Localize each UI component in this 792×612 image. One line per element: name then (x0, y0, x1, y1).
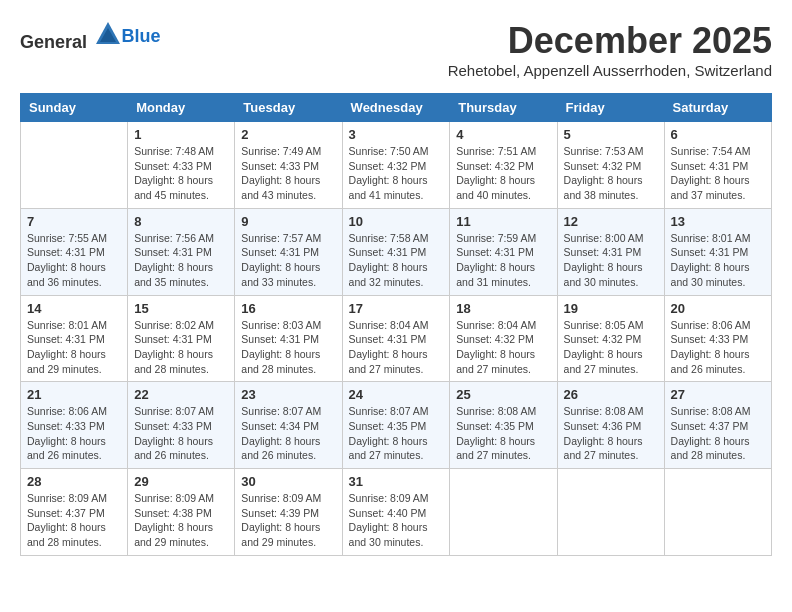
cell-sunset: Sunset: 4:32 PM (456, 160, 534, 172)
cell-sunset: Sunset: 4:33 PM (134, 160, 212, 172)
cell-sunset: Sunset: 4:36 PM (564, 420, 642, 432)
cell-daylight: Daylight: 8 hours and 28 minutes. (241, 348, 320, 375)
cell-daylight: Daylight: 8 hours and 40 minutes. (456, 174, 535, 201)
calendar-table: SundayMondayTuesdayWednesdayThursdayFrid… (20, 93, 772, 556)
cell-daylight: Daylight: 8 hours and 32 minutes. (349, 261, 428, 288)
calendar-cell: 13 Sunrise: 8:01 AM Sunset: 4:31 PM Dayl… (664, 208, 771, 295)
cell-sunset: Sunset: 4:34 PM (241, 420, 319, 432)
weekday-header-thursday: Thursday (450, 94, 557, 122)
cell-sunset: Sunset: 4:31 PM (564, 246, 642, 258)
calendar-cell: 31 Sunrise: 8:09 AM Sunset: 4:40 PM Dayl… (342, 469, 450, 556)
cell-sunrise: Sunrise: 8:09 AM (349, 492, 429, 504)
cell-sunset: Sunset: 4:31 PM (134, 246, 212, 258)
cell-daylight: Daylight: 8 hours and 33 minutes. (241, 261, 320, 288)
cell-sunrise: Sunrise: 8:02 AM (134, 319, 214, 331)
cell-sunset: Sunset: 4:31 PM (241, 246, 319, 258)
cell-sunset: Sunset: 4:31 PM (671, 246, 749, 258)
cell-sunset: Sunset: 4:35 PM (456, 420, 534, 432)
calendar-cell: 25 Sunrise: 8:08 AM Sunset: 4:35 PM Dayl… (450, 382, 557, 469)
calendar-cell (664, 469, 771, 556)
cell-sunrise: Sunrise: 7:54 AM (671, 145, 751, 157)
cell-sunset: Sunset: 4:39 PM (241, 507, 319, 519)
cell-daylight: Daylight: 8 hours and 30 minutes. (564, 261, 643, 288)
calendar-cell: 5 Sunrise: 7:53 AM Sunset: 4:32 PM Dayli… (557, 122, 664, 209)
day-number: 18 (456, 301, 550, 316)
cell-daylight: Daylight: 8 hours and 35 minutes. (134, 261, 213, 288)
calendar-cell: 7 Sunrise: 7:55 AM Sunset: 4:31 PM Dayli… (21, 208, 128, 295)
calendar-cell: 14 Sunrise: 8:01 AM Sunset: 4:31 PM Dayl… (21, 295, 128, 382)
cell-daylight: Daylight: 8 hours and 29 minutes. (241, 521, 320, 548)
calendar-cell: 16 Sunrise: 8:03 AM Sunset: 4:31 PM Dayl… (235, 295, 342, 382)
weekday-header-row: SundayMondayTuesdayWednesdayThursdayFrid… (21, 94, 772, 122)
weekday-header-tuesday: Tuesday (235, 94, 342, 122)
calendar-cell: 22 Sunrise: 8:07 AM Sunset: 4:33 PM Dayl… (128, 382, 235, 469)
calendar-cell: 2 Sunrise: 7:49 AM Sunset: 4:33 PM Dayli… (235, 122, 342, 209)
cell-daylight: Daylight: 8 hours and 28 minutes. (27, 521, 106, 548)
cell-sunrise: Sunrise: 7:48 AM (134, 145, 214, 157)
calendar-cell: 3 Sunrise: 7:50 AM Sunset: 4:32 PM Dayli… (342, 122, 450, 209)
cell-daylight: Daylight: 8 hours and 37 minutes. (671, 174, 750, 201)
cell-sunset: Sunset: 4:35 PM (349, 420, 427, 432)
cell-sunset: Sunset: 4:31 PM (134, 333, 212, 345)
cell-sunset: Sunset: 4:32 PM (349, 160, 427, 172)
weekday-header-wednesday: Wednesday (342, 94, 450, 122)
cell-sunrise: Sunrise: 8:06 AM (671, 319, 751, 331)
page-header: General Blue December 2025 Rehetobel, Ap… (20, 20, 772, 89)
day-number: 14 (27, 301, 121, 316)
cell-daylight: Daylight: 8 hours and 45 minutes. (134, 174, 213, 201)
cell-sunset: Sunset: 4:33 PM (134, 420, 212, 432)
calendar-cell: 17 Sunrise: 8:04 AM Sunset: 4:31 PM Dayl… (342, 295, 450, 382)
cell-sunrise: Sunrise: 8:08 AM (564, 405, 644, 417)
cell-sunset: Sunset: 4:37 PM (671, 420, 749, 432)
calendar-cell: 9 Sunrise: 7:57 AM Sunset: 4:31 PM Dayli… (235, 208, 342, 295)
day-number: 16 (241, 301, 335, 316)
cell-sunset: Sunset: 4:33 PM (671, 333, 749, 345)
cell-daylight: Daylight: 8 hours and 41 minutes. (349, 174, 428, 201)
cell-sunrise: Sunrise: 8:08 AM (671, 405, 751, 417)
day-number: 1 (134, 127, 228, 142)
day-number: 8 (134, 214, 228, 229)
calendar-cell: 26 Sunrise: 8:08 AM Sunset: 4:36 PM Dayl… (557, 382, 664, 469)
weekday-header-friday: Friday (557, 94, 664, 122)
day-number: 20 (671, 301, 765, 316)
cell-sunset: Sunset: 4:32 PM (564, 160, 642, 172)
cell-sunrise: Sunrise: 7:50 AM (349, 145, 429, 157)
logo: General Blue (20, 20, 161, 53)
cell-sunrise: Sunrise: 8:05 AM (564, 319, 644, 331)
cell-sunrise: Sunrise: 7:53 AM (564, 145, 644, 157)
weekday-header-sunday: Sunday (21, 94, 128, 122)
day-number: 19 (564, 301, 658, 316)
cell-sunrise: Sunrise: 8:09 AM (134, 492, 214, 504)
day-number: 23 (241, 387, 335, 402)
cell-daylight: Daylight: 8 hours and 26 minutes. (241, 435, 320, 462)
day-number: 7 (27, 214, 121, 229)
cell-sunrise: Sunrise: 8:03 AM (241, 319, 321, 331)
day-number: 15 (134, 301, 228, 316)
cell-sunrise: Sunrise: 7:51 AM (456, 145, 536, 157)
calendar-cell: 19 Sunrise: 8:05 AM Sunset: 4:32 PM Dayl… (557, 295, 664, 382)
cell-sunrise: Sunrise: 7:57 AM (241, 232, 321, 244)
calendar-week-row: 28 Sunrise: 8:09 AM Sunset: 4:37 PM Dayl… (21, 469, 772, 556)
day-number: 2 (241, 127, 335, 142)
calendar-cell (557, 469, 664, 556)
day-number: 6 (671, 127, 765, 142)
cell-sunrise: Sunrise: 7:56 AM (134, 232, 214, 244)
day-number: 13 (671, 214, 765, 229)
calendar-week-row: 14 Sunrise: 8:01 AM Sunset: 4:31 PM Dayl… (21, 295, 772, 382)
cell-sunrise: Sunrise: 8:04 AM (456, 319, 536, 331)
day-number: 17 (349, 301, 444, 316)
calendar-cell: 8 Sunrise: 7:56 AM Sunset: 4:31 PM Dayli… (128, 208, 235, 295)
cell-sunrise: Sunrise: 8:01 AM (671, 232, 751, 244)
cell-sunset: Sunset: 4:31 PM (241, 333, 319, 345)
cell-sunset: Sunset: 4:31 PM (27, 246, 105, 258)
cell-sunset: Sunset: 4:31 PM (349, 333, 427, 345)
title-block: December 2025 Rehetobel, Appenzell Ausse… (448, 20, 772, 89)
day-number: 11 (456, 214, 550, 229)
cell-sunset: Sunset: 4:31 PM (456, 246, 534, 258)
day-number: 30 (241, 474, 335, 489)
cell-sunset: Sunset: 4:31 PM (671, 160, 749, 172)
cell-sunset: Sunset: 4:32 PM (564, 333, 642, 345)
weekday-header-monday: Monday (128, 94, 235, 122)
cell-sunrise: Sunrise: 8:09 AM (241, 492, 321, 504)
calendar-cell: 28 Sunrise: 8:09 AM Sunset: 4:37 PM Dayl… (21, 469, 128, 556)
